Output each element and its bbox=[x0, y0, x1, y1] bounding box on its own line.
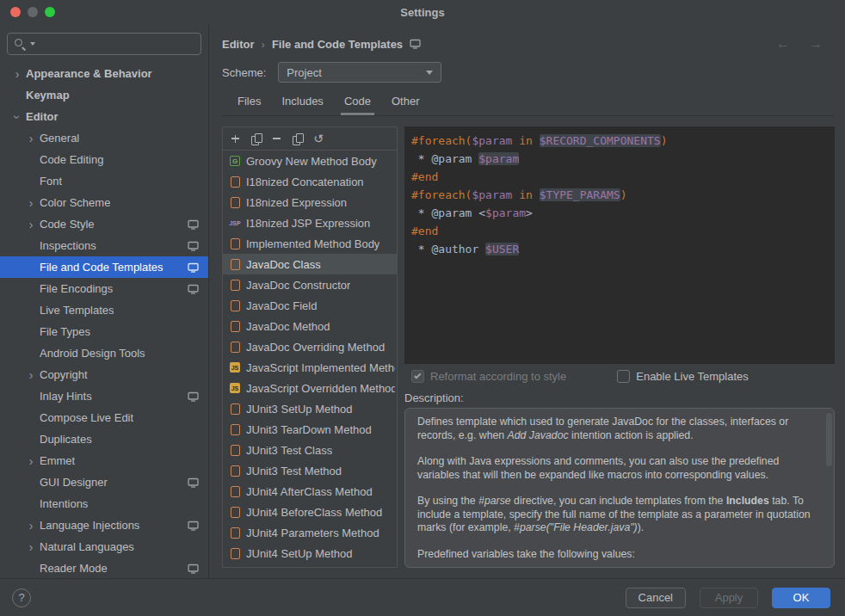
code-line: #end bbox=[411, 168, 828, 186]
page-title: File and Code Templates bbox=[272, 38, 403, 51]
sidebar-item-inlay-hints[interactable]: Inlay Hints bbox=[0, 385, 208, 407]
tab-includes[interactable]: Includes bbox=[271, 95, 333, 115]
sidebar-item-android-design-tools[interactable]: Android Design Tools bbox=[0, 342, 208, 364]
close-button[interactable] bbox=[10, 7, 21, 17]
chevron-collapsed-icon[interactable]: › bbox=[24, 520, 38, 532]
template-item-javascript-overridden-method-body[interactable]: JSJavaScript Overridden Method Body bbox=[223, 378, 397, 398]
sidebar-item-live-templates[interactable]: Live Templates bbox=[0, 299, 208, 321]
add-template-icon[interactable] bbox=[230, 133, 241, 145]
code-segment: #foreach( bbox=[411, 188, 472, 201]
sidebar-item-code-style[interactable]: ›Code Style bbox=[0, 213, 208, 235]
sidebar-item-file-and-code-templates[interactable]: File and Code Templates bbox=[0, 256, 208, 278]
template-item-javadoc-method[interactable]: JavaDoc Method bbox=[223, 316, 397, 336]
sidebar-item-gui-designer[interactable]: GUI Designer bbox=[0, 471, 208, 493]
template-item-javadoc-field[interactable]: JavaDoc Field bbox=[223, 295, 397, 316]
cancel-button[interactable]: Cancel bbox=[626, 588, 686, 608]
template-template-icon bbox=[229, 445, 241, 456]
chevron-collapsed-icon[interactable]: › bbox=[10, 68, 24, 80]
sidebar-item-reader-mode[interactable]: Reader Mode bbox=[0, 557, 208, 578]
template-item-implemented-method-body[interactable]: Implemented Method Body bbox=[223, 233, 397, 254]
chevron-expanded-icon[interactable]: › bbox=[11, 110, 23, 124]
template-item-junit3-test-method[interactable]: JUnit3 Test Method bbox=[223, 460, 397, 481]
chevron-collapsed-icon[interactable]: › bbox=[24, 541, 38, 553]
template-item-junit4-afterclass-method[interactable]: JUnit4 AfterClass Method bbox=[223, 481, 397, 502]
sidebar-item-emmet[interactable]: ›Emmet bbox=[0, 450, 208, 471]
sidebar-item-keymap[interactable]: Keymap bbox=[0, 84, 208, 106]
chevron-collapsed-icon[interactable]: › bbox=[24, 219, 38, 231]
copy-template-icon[interactable] bbox=[292, 133, 303, 145]
settings-content: Editor › File and Code Templates ← → Sch… bbox=[209, 24, 845, 578]
template-item-i18nized-jsp-expression[interactable]: JSPI18nized JSP Expression bbox=[223, 213, 397, 233]
template-item-groovy-new-method-body[interactable]: GGroovy New Method Body bbox=[223, 151, 397, 171]
file-template-icon bbox=[231, 300, 240, 311]
sidebar-item-duplicates[interactable]: Duplicates bbox=[0, 428, 208, 450]
jsp-template-icon: JSP bbox=[229, 220, 241, 226]
sidebar-item-natural-languages[interactable]: ›Natural Languages bbox=[0, 536, 208, 557]
template-item-label: I18nized Expression bbox=[246, 196, 347, 209]
sidebar-item-label: General bbox=[38, 132, 79, 145]
template-item-junit4-parameters-method[interactable]: JUnit4 Parameters Method bbox=[223, 522, 397, 543]
template-item-junit3-setup-method[interactable]: JUnit3 SetUp Method bbox=[223, 398, 397, 419]
template-item-javadoc-constructor[interactable]: JavaDoc Constructor bbox=[223, 274, 397, 295]
sidebar-item-general[interactable]: ›General bbox=[0, 127, 208, 149]
file-template-icon bbox=[231, 321, 240, 332]
chevron-down-icon bbox=[426, 71, 433, 75]
sidebar-item-color-scheme[interactable]: ›Color Scheme bbox=[0, 192, 208, 213]
reset-to-default-icon[interactable]: ↺ bbox=[312, 133, 324, 145]
template-item-i18nized-concatenation[interactable]: I18nized Concatenation bbox=[223, 171, 397, 192]
reformat-checkbox[interactable] bbox=[411, 370, 424, 383]
titlebar[interactable]: Settings bbox=[0, 0, 845, 24]
sidebar-item-editor[interactable]: ›Editor bbox=[0, 106, 208, 127]
enable-live-templates-checkbox[interactable] bbox=[617, 370, 630, 383]
help-button[interactable]: ? bbox=[12, 588, 31, 607]
ok-button[interactable]: OK bbox=[772, 588, 830, 608]
code-segment: > bbox=[526, 206, 533, 219]
back-icon[interactable]: ← bbox=[776, 37, 790, 51]
code-line: * @param <$param> bbox=[411, 204, 828, 222]
template-code-editor[interactable]: #foreach($param in $RECORD_COMPONENTS) *… bbox=[404, 126, 835, 364]
scheme-select[interactable]: Project bbox=[278, 62, 441, 83]
breadcrumb-editor[interactable]: Editor bbox=[222, 38, 255, 51]
chevron-collapsed-icon[interactable]: › bbox=[24, 455, 38, 467]
template-template-icon bbox=[229, 176, 241, 188]
sidebar-item-language-injections[interactable]: ›Language Injections bbox=[0, 514, 208, 536]
template-item-junit4-setup-method[interactable]: JUnit4 SetUp Method bbox=[223, 543, 397, 564]
forward-icon[interactable]: → bbox=[809, 37, 823, 51]
tab-files[interactable]: Files bbox=[227, 95, 271, 115]
template-template-icon bbox=[229, 465, 241, 477]
tab-other[interactable]: Other bbox=[381, 95, 430, 115]
sidebar-item-label: GUI Designer bbox=[38, 476, 108, 489]
search-history-chevron-icon[interactable] bbox=[30, 42, 35, 46]
description-scrollbar[interactable] bbox=[826, 413, 832, 466]
sidebar-item-appearance-behavior[interactable]: ›Appearance & Behavior bbox=[0, 63, 208, 84]
sidebar-item-file-types[interactable]: File Types bbox=[0, 321, 208, 342]
template-item-label: JUnit4 BeforeClass Method bbox=[246, 506, 382, 519]
template-item-i18nized-expression[interactable]: I18nized Expression bbox=[223, 192, 397, 213]
template-item-javadoc-overriding-method[interactable]: JavaDoc Overriding Method bbox=[223, 336, 397, 357]
sidebar-item-inspections[interactable]: Inspections bbox=[0, 235, 208, 256]
template-item-javascript-implemented-method-body[interactable]: JSJavaScript Implemented Method Body bbox=[223, 357, 397, 378]
template-item-junit3-test-class[interactable]: JUnit3 Test Class bbox=[223, 440, 397, 460]
sidebar-item-code-editing[interactable]: Code Editing bbox=[0, 149, 208, 170]
remove-template-icon[interactable] bbox=[271, 133, 282, 145]
search-input[interactable] bbox=[40, 38, 194, 51]
zoom-button[interactable] bbox=[45, 7, 55, 17]
chevron-collapsed-icon[interactable]: › bbox=[24, 369, 38, 381]
template-item-label: JavaScript Implemented Method Body bbox=[246, 361, 395, 374]
template-detail-panel: #foreach($param in $RECORD_COMPONENTS) *… bbox=[404, 126, 835, 568]
sidebar-item-font[interactable]: Font bbox=[0, 170, 208, 192]
sidebar-item-file-encodings[interactable]: File Encodings bbox=[0, 278, 208, 299]
sidebar-item-copyright[interactable]: ›Copyright bbox=[0, 364, 208, 385]
tab-code[interactable]: Code bbox=[334, 95, 381, 115]
template-item-junit4-beforeclass-method[interactable]: JUnit4 BeforeClass Method bbox=[223, 502, 397, 522]
sidebar-item-intentions[interactable]: Intentions bbox=[0, 493, 208, 514]
file-template-icon bbox=[231, 238, 240, 249]
chevron-collapsed-icon[interactable]: › bbox=[24, 132, 38, 145]
template-item-javadoc-class[interactable]: JavaDoc Class bbox=[223, 254, 397, 274]
sidebar-item-compose-live-edit[interactable]: Compose Live Edit bbox=[0, 407, 208, 428]
template-item-junit3-teardown-method[interactable]: JUnit3 TearDown Method bbox=[223, 419, 397, 440]
settings-search[interactable] bbox=[7, 33, 201, 55]
create-child-template-icon[interactable] bbox=[250, 133, 262, 145]
chevron-collapsed-icon[interactable]: › bbox=[24, 197, 38, 209]
sidebar-item-label: Editor bbox=[24, 110, 59, 123]
